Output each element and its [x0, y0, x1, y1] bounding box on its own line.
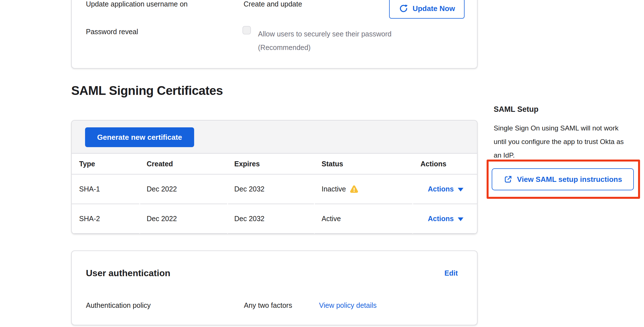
- cert-actions-cell: Actions: [413, 204, 477, 234]
- column-header-actions: Actions: [413, 160, 477, 168]
- status-text: Active: [322, 215, 341, 223]
- cert-created-cell: Dec 2022: [140, 204, 227, 234]
- okta-app-settings-page: Update application username on Create an…: [0, 0, 644, 327]
- authentication-policy-value: Any two factors: [244, 301, 292, 309]
- actions-dropdown-sha2[interactable]: Actions: [428, 215, 463, 223]
- saml-setup-description: Single Sign On using SAML will not work …: [494, 121, 632, 162]
- edit-link[interactable]: Edit: [444, 269, 458, 277]
- authentication-policy-label: Authentication policy: [86, 301, 151, 309]
- generate-new-certificate-button[interactable]: Generate new certificate: [85, 127, 194, 147]
- cert-status-cell: Inactive: [315, 175, 412, 204]
- warning-icon: [350, 185, 358, 193]
- external-link-icon: [504, 175, 513, 184]
- actions-label: Actions: [428, 185, 454, 193]
- column-header-type: Type: [72, 160, 140, 168]
- user-authentication-title: User authentication: [86, 268, 170, 278]
- cert-type-cell: SHA-2: [72, 204, 139, 234]
- cert-actions-cell: Actions: [413, 175, 477, 204]
- generate-new-certificate-label: Generate new certificate: [97, 133, 182, 142]
- cert-expires-cell: Dec 2032: [228, 204, 314, 234]
- cert-created-cell: Dec 2022: [140, 175, 227, 204]
- column-header-created: Created: [140, 160, 228, 168]
- password-reveal-label: Password reveal: [86, 28, 138, 36]
- user-authentication-card: User authentication Edit Authentication …: [71, 250, 478, 325]
- view-saml-setup-instructions-button[interactable]: View SAML setup instructions: [492, 168, 634, 190]
- view-policy-details-link[interactable]: View policy details: [319, 301, 377, 309]
- certificates-card: Generate new certificate Type Created Ex…: [71, 120, 478, 234]
- update-now-button[interactable]: Update Now: [389, 0, 465, 19]
- view-saml-setup-instructions-label: View SAML setup instructions: [517, 175, 622, 184]
- saml-signing-certificates-title: SAML Signing Certificates: [71, 84, 223, 98]
- password-reveal-checkbox-label: Allow users to securely see their passwo…: [258, 27, 439, 54]
- app-settings-card: Update application username on Create an…: [71, 0, 478, 69]
- actions-dropdown-sha1[interactable]: Actions: [428, 185, 463, 193]
- username-update-value: Create and update: [244, 0, 302, 8]
- cert-status-cell: Active: [315, 204, 412, 234]
- password-reveal-checkbox[interactable]: [242, 26, 251, 34]
- certificates-card-header: Generate new certificate: [72, 121, 477, 154]
- table-row-sha2: SHA-2 Dec 2022 Dec 2032 Active Actions: [72, 204, 477, 234]
- cert-expires-cell: Dec 2032: [228, 175, 314, 204]
- status-text: Inactive: [322, 185, 346, 193]
- caret-down-icon: [458, 188, 463, 191]
- table-row-sha1: SHA-1 Dec 2022 Dec 2032 Inactive Actions: [72, 175, 477, 204]
- username-update-label: Update application username on: [86, 0, 188, 8]
- cert-type-cell: SHA-1: [72, 175, 139, 204]
- certificates-table-header: Type Created Expires Status Actions: [72, 154, 477, 175]
- caret-down-icon: [458, 217, 463, 221]
- saml-setup-title: SAML Setup: [494, 105, 539, 114]
- update-now-label: Update Now: [413, 4, 455, 13]
- refresh-icon: [399, 4, 408, 13]
- actions-label: Actions: [428, 215, 454, 223]
- column-header-expires: Expires: [228, 160, 315, 168]
- column-header-status: Status: [315, 160, 413, 168]
